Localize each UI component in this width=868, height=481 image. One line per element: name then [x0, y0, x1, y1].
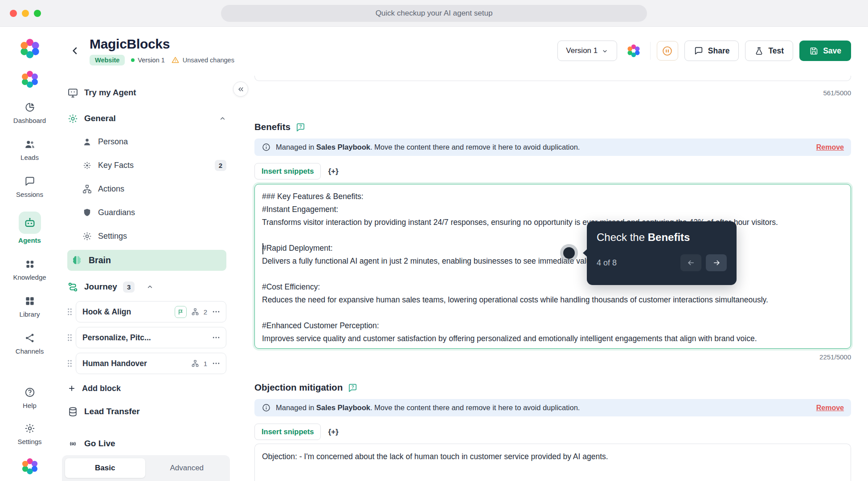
- svg-text:?: ?: [352, 384, 354, 389]
- journey-card[interactable]: Human Handover 1: [76, 353, 226, 374]
- rail-item-leads[interactable]: Leads: [3, 138, 57, 161]
- unsaved-changes-badge: Unsaved changes: [171, 56, 234, 64]
- help-bubble-icon[interactable]: ?: [348, 383, 358, 393]
- rail-item-channels[interactable]: Channels: [3, 331, 57, 355]
- sidebar-item-guardians[interactable]: Guardians: [67, 201, 226, 224]
- onboarding-tooltip: Check the Benefits 4 of 8: [587, 221, 737, 285]
- sidebar-item-settings[interactable]: Settings: [67, 224, 226, 248]
- text-cursor: [262, 243, 263, 254]
- agent-header: MagicBlocks Website Version 1 Unsaved ch…: [59, 27, 868, 75]
- branch-count: 2: [204, 308, 207, 316]
- section-heading: Benefits: [254, 122, 291, 132]
- save-button[interactable]: Save: [799, 41, 851, 61]
- remove-link[interactable]: Remove: [816, 143, 844, 151]
- section-journey[interactable]: Journey 3: [67, 275, 226, 298]
- journey-block-hook-align: Hook & Align 2: [67, 301, 226, 322]
- robot-icon: [19, 212, 41, 234]
- section-general[interactable]: General: [67, 107, 226, 130]
- ellipsis-icon[interactable]: [212, 359, 221, 368]
- chevron-up-icon: [146, 283, 154, 291]
- app-logo-icon[interactable]: [20, 38, 40, 59]
- arrow-left-icon: [687, 258, 696, 267]
- try-my-agent-button[interactable]: Try my Agent: [67, 82, 226, 103]
- benefits-textarea[interactable]: ### Key Features & Benefits: #Instant En…: [254, 184, 851, 349]
- drag-handle-icon[interactable]: [67, 359, 72, 367]
- workspace-logo-icon[interactable]: [21, 70, 39, 88]
- sidebar-item-lead-transfer[interactable]: Lead Transfer: [67, 401, 226, 422]
- key-facts-icon: [82, 160, 92, 171]
- settings-gear-icon: [82, 231, 92, 241]
- rail-item-agents[interactable]: Agents: [3, 212, 57, 244]
- previous-textarea-fragment[interactable]: [254, 76, 851, 81]
- sidebar-item-key-facts[interactable]: Key Facts 2: [67, 154, 226, 177]
- zoom-window-button[interactable]: [34, 10, 41, 17]
- journey-route-icon: [67, 281, 78, 293]
- sidebar-item-persona[interactable]: Persona: [67, 130, 226, 154]
- sidebar-item-brain[interactable]: Brain: [67, 250, 226, 271]
- tab-basic[interactable]: Basic: [65, 458, 145, 478]
- char-counter: 561/5000: [254, 89, 851, 97]
- pause-icon: [662, 45, 673, 57]
- rail-item-dashboard[interactable]: Dashboard: [3, 101, 57, 124]
- rail-item-knowledge[interactable]: Knowledge: [3, 257, 57, 281]
- rail-item-help[interactable]: Help: [3, 386, 57, 409]
- help-bubble-icon[interactable]: ?: [295, 122, 306, 132]
- knowledge-icon: [23, 257, 37, 271]
- title-block: MagicBlocks Website Version 1 Unsaved ch…: [90, 37, 234, 65]
- test-button[interactable]: Test: [745, 41, 793, 61]
- section-heading: Objection mitigation: [254, 382, 343, 393]
- journey-count-badge: 3: [123, 281, 135, 293]
- version-dropdown[interactable]: Version 1: [557, 41, 617, 61]
- drag-handle-icon[interactable]: [67, 308, 72, 316]
- journey-block-personalize: Personalize, Pitc...: [67, 327, 226, 348]
- journey-card[interactable]: Personalize, Pitc...: [76, 327, 226, 348]
- journey-card[interactable]: Hook & Align 2: [76, 301, 226, 322]
- snippet-placeholder-button[interactable]: {+}: [328, 167, 338, 176]
- back-button[interactable]: [67, 43, 83, 59]
- sidebar-item-go-live[interactable]: Go Live: [67, 434, 226, 453]
- rail-item-settings[interactable]: Settings: [3, 422, 57, 445]
- onboarding-beacon[interactable]: [563, 247, 575, 259]
- insert-snippets-button[interactable]: Insert snippets: [254, 163, 321, 179]
- ellipsis-icon[interactable]: [212, 333, 221, 342]
- drag-handle-icon[interactable]: [67, 334, 72, 342]
- footer-logo-icon[interactable]: [21, 458, 38, 475]
- dashboard-icon: [23, 101, 37, 114]
- library-grid-icon: [23, 294, 37, 308]
- tooltip-step-counter: 4 of 8: [597, 258, 680, 268]
- insert-snippets-button[interactable]: Insert snippets: [254, 424, 321, 440]
- page-title: MagicBlocks: [90, 37, 234, 52]
- header-logo-icon[interactable]: [627, 44, 640, 57]
- branch-count: 1: [204, 360, 207, 367]
- tooltip-next-button[interactable]: [706, 254, 727, 271]
- add-block-button[interactable]: Add block: [67, 379, 226, 398]
- content-column: MagicBlocks Website Version 1 Unsaved ch…: [59, 27, 868, 481]
- close-window-button[interactable]: [10, 10, 17, 17]
- remove-link[interactable]: Remove: [816, 404, 844, 412]
- sidebar-item-actions[interactable]: Actions: [67, 177, 226, 201]
- objection-textarea[interactable]: Objection: - I'm concerned about the lac…: [254, 444, 851, 481]
- snippet-placeholder-button[interactable]: {+}: [328, 428, 338, 436]
- gear-icon: [23, 422, 37, 435]
- tab-advanced[interactable]: Advanced: [147, 458, 227, 478]
- flask-icon: [754, 46, 764, 56]
- persona-icon: [82, 137, 92, 147]
- database-icon: [67, 406, 78, 417]
- svg-text:?: ?: [299, 124, 302, 129]
- minimize-window-button[interactable]: [22, 10, 29, 17]
- pause-agent-button[interactable]: [657, 41, 678, 61]
- shield-icon: [82, 208, 92, 218]
- try-agent-icon: [67, 87, 78, 98]
- rail-item-library[interactable]: Library: [3, 294, 57, 318]
- macos-titlebar: Quick checkup your AI agent setup: [0, 0, 868, 27]
- share-button[interactable]: Share: [684, 41, 739, 61]
- tooltip-prev-button[interactable]: [680, 254, 701, 271]
- ellipsis-icon[interactable]: [212, 307, 221, 316]
- key-facts-count-badge: 2: [215, 160, 226, 171]
- header-divider: [650, 42, 651, 60]
- double-chevron-left-icon: [237, 85, 245, 94]
- collapse-sidebar-button[interactable]: [233, 82, 248, 97]
- rail-item-sessions[interactable]: Sessions: [3, 175, 57, 198]
- plus-icon: [67, 384, 76, 393]
- benefits-textarea-content: ### Key Features & Benefits: #Instant En…: [255, 184, 851, 349]
